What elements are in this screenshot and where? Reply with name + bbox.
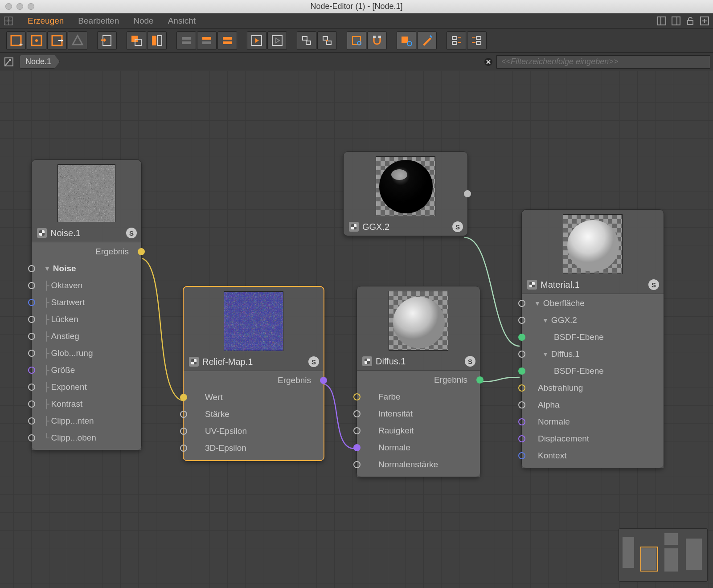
menu-node[interactable]: Node (126, 16, 160, 26)
node-canvas[interactable]: Noise.1 S Ergebnis ▼ Noise ├Oktaven ├Sta… (0, 71, 713, 588)
param-row[interactable]: Abstrahlung (522, 380, 664, 396)
tool-play-fill-icon[interactable] (247, 31, 266, 50)
input-port[interactable] (28, 265, 35, 272)
solo-badge[interactable]: S (648, 279, 659, 290)
input-port[interactable] (518, 368, 525, 375)
param-row[interactable]: Intensität (357, 405, 480, 422)
node-relief-map[interactable]: Relief-Map.1 S Ergebnis Wert Stärke UV-E… (183, 286, 324, 461)
node-noise[interactable]: Noise.1 S Ergebnis ▼ Noise ├Oktaven ├Sta… (31, 159, 142, 450)
param-row[interactable]: ├Anstieg (32, 328, 141, 345)
param-row[interactable]: ├Kontrast (32, 396, 141, 412)
node-header[interactable]: GGX.2 S (344, 219, 467, 236)
output-port[interactable] (476, 376, 484, 384)
group-row[interactable]: ▼ Noise (32, 260, 141, 277)
input-port[interactable] (353, 461, 361, 468)
param-row[interactable]: ├Lücken (32, 311, 141, 328)
param-row[interactable]: 3D-Epsilon (184, 440, 324, 457)
param-row[interactable]: BSDF-Ebene (522, 363, 664, 380)
tool-copy-icon[interactable] (127, 31, 146, 50)
filter-clear-icon[interactable] (483, 57, 494, 67)
input-port[interactable] (518, 435, 525, 442)
param-row[interactable]: Normale (357, 439, 480, 456)
input-port[interactable] (518, 384, 525, 392)
tool-frame-out-icon[interactable] (47, 31, 67, 50)
solo-badge[interactable]: S (308, 356, 319, 367)
input-port[interactable] (518, 317, 525, 324)
param-row[interactable]: ▼Diffus.1 (522, 346, 664, 363)
input-port[interactable] (518, 334, 525, 341)
tool-frame-dot-icon[interactable] (27, 31, 46, 50)
minimap-viewport[interactable] (640, 547, 658, 572)
menu-ansicht[interactable]: Ansicht (161, 16, 203, 26)
tool-magnet-icon[interactable] (367, 31, 387, 50)
input-port[interactable] (28, 384, 35, 391)
param-row[interactable]: └Clipp...oben (32, 429, 141, 446)
param-row[interactable]: ├Clipp...nten (32, 412, 141, 429)
param-row[interactable]: Normale (522, 413, 664, 430)
param-row[interactable]: ├Größe (32, 362, 141, 379)
param-row[interactable]: ▼Oberfläche (522, 295, 664, 312)
output-port[interactable] (464, 190, 471, 197)
param-row[interactable]: Kontext (522, 447, 664, 464)
node-ggx[interactable]: GGX.2 S (343, 151, 468, 236)
input-port[interactable] (28, 400, 35, 408)
tool-shape-icon[interactable] (68, 31, 87, 50)
input-port[interactable] (518, 418, 525, 425)
tool-align-2-icon[interactable] (317, 31, 337, 50)
input-port[interactable] (353, 427, 361, 434)
lock-icon[interactable] (684, 15, 696, 27)
input-port[interactable] (28, 316, 35, 323)
menu-bearbeiten[interactable]: Bearbeiten (71, 16, 126, 26)
input-port[interactable] (518, 300, 525, 307)
tool-io-2-icon[interactable] (467, 31, 487, 50)
param-row[interactable]: Normalenstärke (357, 456, 480, 473)
node-header[interactable]: Diffus.1 S (357, 353, 480, 371)
layout-right-icon[interactable] (670, 15, 682, 27)
input-port[interactable] (180, 394, 187, 401)
add-icon[interactable] (699, 15, 710, 27)
node-header[interactable]: Material.1 S (522, 277, 664, 294)
input-port[interactable] (28, 350, 35, 357)
input-port[interactable] (28, 282, 35, 289)
input-port[interactable] (353, 444, 361, 451)
filter-input[interactable] (496, 55, 710, 69)
input-port[interactable] (180, 445, 187, 452)
output-row[interactable]: Ergebnis (357, 372, 480, 388)
input-port[interactable] (518, 401, 525, 408)
menu-erzeugen[interactable]: Erzeugen (20, 16, 71, 26)
output-port[interactable] (138, 248, 145, 255)
node-header[interactable]: Relief-Map.1 S (184, 354, 324, 371)
node-material[interactable]: Material.1 S ▼Oberfläche ▼GGX.2 BSDF-Ebe… (521, 209, 664, 468)
input-port[interactable] (353, 410, 361, 417)
tool-io-1-icon[interactable] (447, 31, 466, 50)
param-row[interactable]: BSDF-Ebene (522, 329, 664, 346)
input-port[interactable] (353, 393, 361, 400)
tool-rows-3-icon[interactable] (217, 31, 237, 50)
param-row[interactable]: Farbe (357, 388, 480, 405)
tool-import-icon[interactable] (97, 31, 117, 50)
input-port[interactable] (180, 428, 187, 435)
node-diffus[interactable]: Diffus.1 S Ergebnis Farbe Intensität Rau… (356, 286, 480, 477)
input-port[interactable] (28, 417, 35, 425)
input-port[interactable] (28, 299, 35, 306)
param-row[interactable]: Displacement (522, 430, 664, 447)
input-port[interactable] (28, 367, 35, 374)
solo-badge[interactable]: S (126, 228, 137, 238)
param-row[interactable]: Alpha (522, 396, 664, 413)
input-port[interactable] (28, 333, 35, 340)
tool-align-1-icon[interactable] (297, 31, 316, 50)
node-header[interactable]: Noise.1 S (32, 225, 141, 242)
param-row[interactable]: Wert (184, 389, 324, 406)
solo-badge[interactable]: S (452, 221, 463, 232)
input-port[interactable] (518, 351, 525, 358)
output-row[interactable]: Ergebnis (32, 243, 141, 260)
param-row[interactable]: ▼GGX.2 (522, 312, 664, 329)
output-row[interactable]: Ergebnis (184, 372, 324, 389)
minimap[interactable] (619, 528, 708, 582)
tool-brush-icon[interactable] (417, 31, 437, 50)
solo-badge[interactable]: S (465, 356, 475, 367)
tool-snap-frame-icon[interactable] (347, 31, 366, 50)
tool-rows-1-icon[interactable] (176, 31, 196, 50)
tool-split-icon[interactable] (147, 31, 167, 50)
tool-play-outline-icon[interactable] (267, 31, 287, 50)
